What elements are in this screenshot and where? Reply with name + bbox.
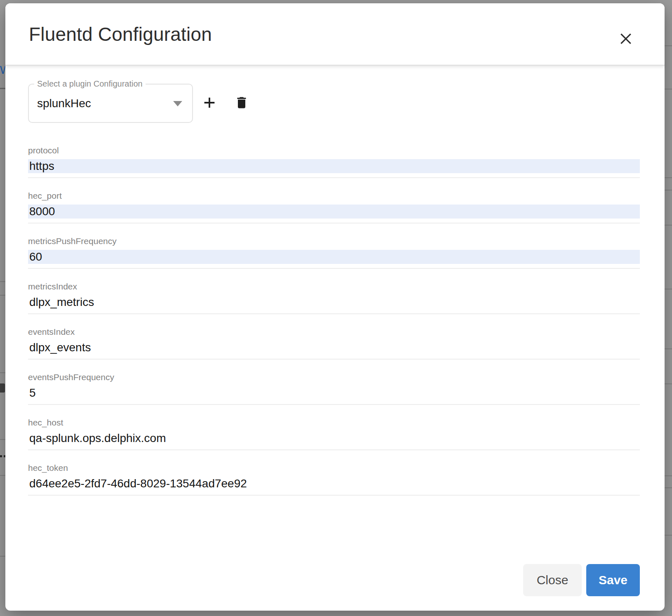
backdrop-line bbox=[665, 89, 672, 89]
backdrop-line bbox=[665, 535, 672, 536]
form-field-hec-port: hec_port 8000 bbox=[28, 190, 640, 223]
form-field-metrics-push-frequency: metricsPushFrequency 60 bbox=[28, 236, 640, 269]
form-field-metrics-index: metricsIndex dlpx_metrics bbox=[28, 281, 640, 314]
form-field-hec-host: hec_host qa-splunk.ops.delphix.com bbox=[28, 417, 640, 450]
field-input[interactable]: https bbox=[28, 159, 640, 173]
field-input[interactable]: dlpx_metrics bbox=[28, 295, 640, 309]
backdrop-line bbox=[665, 475, 672, 476]
dialog-footer: Close Save bbox=[523, 564, 640, 596]
field-underline bbox=[28, 268, 640, 269]
field-label: hec_token bbox=[28, 463, 640, 473]
form-field-protocol: protocol https bbox=[28, 145, 640, 178]
caret-down-icon bbox=[173, 101, 182, 106]
backdrop-line bbox=[665, 487, 672, 488]
backdrop-right-strip bbox=[665, 0, 672, 616]
field-label: metricsIndex bbox=[28, 281, 640, 292]
backdrop-clipped-icon bbox=[0, 383, 5, 393]
backdrop-line bbox=[665, 45, 672, 46]
add-configuration-button[interactable] bbox=[200, 93, 219, 113]
backdrop-line bbox=[0, 88, 5, 89]
plus-icon bbox=[202, 95, 217, 111]
form-field-events-index: eventsIndex dlpx_events bbox=[28, 327, 640, 360]
field-label: hec_port bbox=[28, 190, 640, 201]
field-underline bbox=[28, 223, 640, 223]
form-field-hec-token: hec_token d64ee2e5-2fd7-46dd-8029-13544a… bbox=[28, 463, 640, 496]
field-input[interactable]: 60 bbox=[28, 250, 640, 264]
backdrop-line bbox=[0, 439, 5, 440]
field-label: eventsPushFrequency bbox=[28, 372, 640, 383]
dialog-body: Select a plugin Configuration splunkHec … bbox=[5, 66, 665, 496]
fluentd-configuration-dialog: Fluentd Configuration Select a plugin Co… bbox=[5, 3, 665, 611]
field-underline bbox=[28, 313, 640, 314]
dialog-title: Fluentd Configuration bbox=[29, 23, 212, 45]
field-label: eventsIndex bbox=[28, 327, 640, 337]
backdrop-line bbox=[0, 372, 5, 373]
field-label: hec_host bbox=[28, 417, 640, 428]
field-underline bbox=[28, 177, 640, 178]
backdrop-line bbox=[0, 556, 5, 557]
field-input[interactable]: 5 bbox=[28, 386, 640, 400]
backdrop-line bbox=[0, 475, 5, 476]
save-button[interactable]: Save bbox=[586, 564, 640, 596]
x-icon bbox=[618, 31, 634, 47]
field-label: metricsPushFrequency bbox=[28, 236, 640, 247]
backdrop-line bbox=[665, 289, 672, 289]
backdrop-line bbox=[0, 281, 5, 282]
plugin-selector-row: Select a plugin Configuration splunkHec bbox=[28, 84, 640, 123]
backdrop-ellipsis bbox=[0, 455, 5, 457]
plugin-configuration-select-value: splunkHec bbox=[37, 97, 91, 110]
close-button[interactable]: Close bbox=[523, 564, 582, 596]
field-underline bbox=[28, 404, 640, 405]
field-input[interactable]: d64ee2e5-2fd7-46dd-8029-13544ad7ee92 bbox=[28, 477, 640, 491]
backdrop-line bbox=[665, 383, 672, 384]
field-input[interactable]: dlpx_events bbox=[28, 341, 640, 355]
dialog-header: Fluentd Configuration bbox=[5, 3, 665, 66]
backdrop-line bbox=[665, 348, 672, 349]
field-label: protocol bbox=[28, 145, 640, 156]
backdrop-line bbox=[0, 295, 5, 296]
form-field-events-push-frequency: eventsPushFrequency 5 bbox=[28, 372, 640, 405]
close-dialog-button[interactable] bbox=[616, 29, 636, 49]
backdrop-line bbox=[665, 177, 672, 178]
backdrop-line bbox=[665, 225, 672, 226]
backdrop-clipped-text: W bbox=[0, 64, 5, 77]
plugin-configuration-select[interactable]: Select a plugin Configuration splunkHec bbox=[28, 84, 193, 123]
backdrop-line bbox=[665, 190, 672, 190]
trash-icon bbox=[234, 94, 249, 111]
field-input[interactable]: 8000 bbox=[28, 205, 640, 219]
field-underline bbox=[28, 359, 640, 360]
plugin-configuration-select-label: Select a plugin Configuration bbox=[34, 79, 146, 89]
field-underline bbox=[28, 449, 640, 450]
field-underline bbox=[28, 495, 640, 496]
field-input[interactable]: qa-splunk.ops.delphix.com bbox=[28, 431, 640, 445]
delete-configuration-button[interactable] bbox=[232, 93, 251, 113]
backdrop-left-strip: W bbox=[0, 0, 5, 616]
